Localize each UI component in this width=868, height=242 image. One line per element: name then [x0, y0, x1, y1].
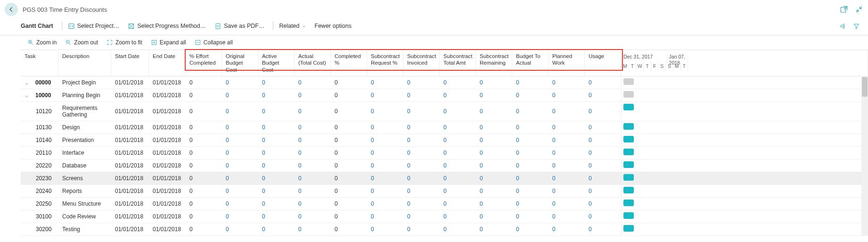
- gantt-bar[interactable]: [623, 187, 634, 193]
- value-link[interactable]: 0: [226, 124, 229, 131]
- value-link[interactable]: 0: [262, 200, 265, 207]
- value-link[interactable]: 0: [552, 108, 556, 115]
- value-link[interactable]: 0: [262, 79, 265, 86]
- value-link[interactable]: 0: [371, 213, 374, 220]
- value-link[interactable]: 0: [516, 226, 519, 233]
- value-link[interactable]: 0: [298, 188, 302, 194]
- value-link[interactable]: 0: [443, 150, 447, 156]
- gantt-bar[interactable]: [623, 225, 634, 232]
- value-link[interactable]: 0: [480, 92, 483, 99]
- value-link[interactable]: 0: [589, 200, 592, 207]
- toolbar-gantt-chart[interactable]: Gantt Chart: [21, 23, 53, 29]
- value-link[interactable]: 0: [298, 226, 302, 233]
- toolbar-select-progress-method[interactable]: Select Progress Method…: [128, 23, 206, 30]
- collapse-icon[interactable]: [855, 5, 863, 14]
- value-link[interactable]: 0: [516, 79, 519, 86]
- value-link[interactable]: 0: [480, 79, 483, 86]
- value-link[interactable]: 0: [443, 162, 447, 169]
- value-link[interactable]: 0: [589, 162, 592, 169]
- table-row[interactable]: 20230Screens01/01/201801/01/201800000000…: [21, 172, 868, 185]
- gantt-bar[interactable]: [623, 104, 634, 110]
- value-link[interactable]: 0: [262, 108, 265, 115]
- value-link[interactable]: 0: [298, 124, 302, 131]
- value-link[interactable]: 0: [226, 213, 229, 220]
- col-original-budget[interactable]: Original Budget Cost: [222, 50, 258, 76]
- value-link[interactable]: 0: [552, 79, 556, 86]
- value-link[interactable]: 0: [480, 137, 483, 143]
- value-link[interactable]: 0: [371, 188, 374, 194]
- table-row[interactable]: 20240Reports01/01/201801/01/201800000000…: [21, 185, 868, 198]
- value-link[interactable]: 0: [443, 175, 447, 182]
- value-link[interactable]: 0: [516, 150, 519, 156]
- value-link[interactable]: 0: [407, 162, 410, 169]
- zoom-to-fit-button[interactable]: Zoom to fit: [106, 39, 142, 46]
- value-link[interactable]: 0: [443, 137, 447, 143]
- table-row[interactable]: 20110Interface01/01/201801/01/2018000000…: [21, 147, 868, 159]
- value-link[interactable]: 0: [589, 124, 592, 131]
- gantt-bar[interactable]: [623, 91, 634, 98]
- value-link[interactable]: 0: [589, 188, 592, 194]
- gantt-bar[interactable]: [623, 212, 634, 219]
- col-subcontract-total[interactable]: Subcontract Total Amt: [440, 50, 476, 76]
- value-link[interactable]: 0: [407, 226, 410, 233]
- value-link[interactable]: 0: [407, 79, 410, 86]
- value-link[interactable]: 0: [262, 124, 265, 131]
- value-link[interactable]: 0: [407, 150, 410, 156]
- table-row[interactable]: 10130Design01/01/201801/01/2018000000000…: [21, 121, 868, 134]
- gantt-bar[interactable]: [623, 200, 634, 206]
- value-link[interactable]: 0: [371, 108, 374, 115]
- col-subcontract-request[interactable]: Subcontract Request %: [367, 50, 403, 76]
- gantt-bar[interactable]: [623, 136, 634, 142]
- col-subcontract-remaining[interactable]: Subcontract Remaining: [476, 50, 512, 76]
- value-link[interactable]: 0: [298, 162, 302, 169]
- gantt-bar[interactable]: [623, 174, 634, 181]
- table-row[interactable]: 10120Requirements Gathering01/01/201801/…: [21, 102, 868, 121]
- value-link[interactable]: 0: [371, 124, 374, 131]
- col-budget-to-actual[interactable]: Budget To Actual: [512, 50, 549, 76]
- value-link[interactable]: 0: [516, 200, 519, 207]
- value-link[interactable]: 0: [407, 213, 410, 220]
- value-link[interactable]: 0: [407, 137, 410, 143]
- gantt-bar[interactable]: [623, 149, 634, 155]
- value-link[interactable]: 0: [262, 175, 265, 182]
- value-link[interactable]: 0: [552, 124, 556, 131]
- value-link[interactable]: 0: [516, 213, 519, 220]
- value-link[interactable]: 0: [552, 92, 556, 99]
- value-link[interactable]: 0: [443, 79, 447, 86]
- value-link[interactable]: 0: [407, 124, 410, 131]
- col-description[interactable]: Description: [58, 50, 111, 76]
- value-link[interactable]: 0: [552, 150, 556, 156]
- value-link[interactable]: 0: [516, 162, 519, 169]
- zoom-in-button[interactable]: Zoom in: [27, 39, 57, 46]
- value-link[interactable]: 0: [480, 175, 483, 182]
- value-link[interactable]: 0: [226, 200, 229, 207]
- value-link[interactable]: 0: [371, 150, 374, 156]
- value-link[interactable]: 0: [552, 137, 556, 143]
- value-link[interactable]: 0: [443, 124, 447, 131]
- value-link[interactable]: 0: [298, 92, 302, 99]
- value-link[interactable]: 0: [407, 200, 410, 207]
- value-link[interactable]: 0: [552, 188, 556, 194]
- value-link[interactable]: 0: [371, 200, 374, 207]
- table-row[interactable]: 30200Testing01/01/201801/01/201800000000…: [21, 223, 868, 236]
- table-row[interactable]: 20250Menu Structure01/01/201801/01/20180…: [21, 198, 868, 210]
- value-link[interactable]: 0: [407, 108, 410, 115]
- value-link[interactable]: 0: [552, 200, 556, 207]
- toolbar-fewer-options[interactable]: Fewer options: [315, 23, 352, 29]
- value-link[interactable]: 0: [298, 108, 302, 115]
- value-link[interactable]: 0: [589, 226, 592, 233]
- gantt-bar[interactable]: [623, 123, 634, 130]
- value-link[interactable]: 0: [480, 124, 483, 131]
- value-link[interactable]: 0: [262, 188, 265, 194]
- value-link[interactable]: 0: [480, 188, 483, 194]
- value-link[interactable]: 0: [589, 108, 592, 115]
- value-link[interactable]: 0: [298, 175, 302, 182]
- toolbar-select-project[interactable]: Select Project…: [68, 23, 120, 30]
- col-completed-pct[interactable]: Completed %: [331, 50, 367, 76]
- value-link[interactable]: 0: [298, 150, 302, 156]
- table-row[interactable]: 10000Planning Begin01/01/201801/01/20180…: [21, 89, 868, 102]
- value-link[interactable]: 0: [516, 175, 519, 182]
- table-row[interactable]: 10140Presentation01/01/201801/01/2018000…: [21, 134, 868, 147]
- collapse-all-button[interactable]: Collapse all: [195, 39, 233, 46]
- value-link[interactable]: 0: [589, 175, 592, 182]
